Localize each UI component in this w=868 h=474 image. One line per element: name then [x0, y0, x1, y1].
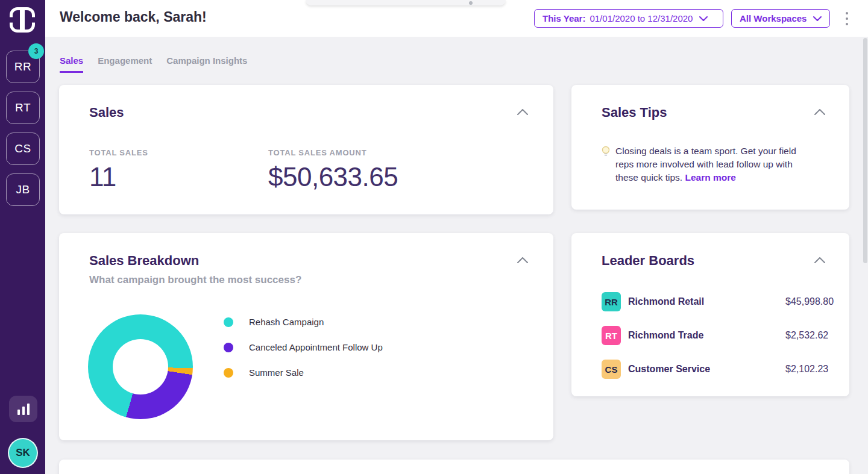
bar-chart-icon [17, 410, 20, 415]
date-range-value: 01/01/2020 to 12/31/2020 [590, 13, 693, 23]
workspace-dropdown[interactable]: All Workspaces [731, 9, 830, 28]
workspace-initials: RT [15, 101, 31, 114]
leader-amount: $45,998.80 [785, 296, 834, 307]
learn-more-link[interactable]: Learn more [685, 172, 735, 182]
leader-name: Richmond Retail [628, 296, 704, 307]
workspace-dropdown-value: All Workspaces [740, 13, 807, 23]
sidebar-workspace-cs[interactable]: CS [6, 133, 40, 165]
scrollbar-thumb[interactable] [863, 38, 867, 263]
leader-amount: $2,102.23 [785, 364, 828, 375]
more-options-button[interactable] [842, 12, 852, 25]
donut-hole [113, 339, 168, 394]
legend-dot [224, 368, 233, 378]
card-title: Sales Tips [602, 105, 667, 120]
lightbulb-icon [602, 146, 610, 158]
stat-label: TOTAL SALES [89, 148, 148, 157]
collapse-chevron-icon[interactable] [517, 257, 528, 263]
leader-row[interactable]: RR Richmond Retail $45,998.80 [602, 292, 822, 311]
tip-row: Closing deals is a team sport. Get your … [602, 145, 810, 184]
legend-item: Canceled Appointment Follow Up [224, 342, 383, 352]
donut-chart [88, 314, 193, 419]
sidebar-workspace-jb[interactable]: JB [6, 173, 40, 206]
tab-campaign-insights[interactable]: Campaign Insights [166, 55, 247, 73]
stat-total-sales: TOTAL SALES 11 [89, 148, 148, 192]
tab-engagement[interactable]: Engagement [98, 55, 152, 73]
date-range-label: This Year: [542, 13, 585, 23]
tab-sales[interactable]: Sales [60, 55, 83, 73]
user-avatar[interactable]: SK [8, 438, 38, 468]
page-title: Welcome back, Sarah! [60, 9, 207, 25]
app-logo-icon[interactable] [10, 7, 35, 33]
card-title: Leader Boards [602, 253, 694, 269]
leader-boards-card: Leader Boards RR Richmond Retail $45,998… [571, 233, 849, 396]
leader-badge: CS [602, 360, 621, 379]
main-content: Sales Engagement Campaign Insights Sales… [45, 37, 868, 474]
user-initials: SK [16, 447, 30, 459]
stat-label: TOTAL SALES AMOUNT [268, 148, 398, 157]
stat-total-sales-amount: TOTAL SALES AMOUNT $50,633.65 [268, 148, 398, 192]
workspace-initials: RR [14, 60, 31, 73]
toast-icon [469, 1, 473, 5]
card-subtitle: What campaign brought the most success? [89, 274, 301, 286]
card-title: Sales Breakdown [89, 253, 199, 269]
collapse-chevron-icon[interactable] [517, 109, 528, 115]
leader-name: Customer Service [628, 364, 710, 375]
date-range-dropdown[interactable]: This Year: 01/01/2020 to 12/31/2020 [534, 9, 723, 28]
reports-nav-button[interactable] [9, 396, 37, 422]
sales-tips-card: Sales Tips Closing deals is a team sport… [571, 85, 849, 210]
toast-remnant [306, 0, 506, 5]
next-section-card [59, 460, 849, 474]
notification-badge: 3 [28, 43, 44, 59]
tab-bar: Sales Engagement Campaign Insights [60, 55, 247, 73]
sidebar: RR 3 RT CS JB SK [0, 0, 45, 474]
leader-badge: RR [602, 292, 621, 311]
bar-chart-icon [22, 407, 25, 415]
collapse-chevron-icon[interactable] [814, 109, 825, 115]
legend-dot [224, 343, 233, 352]
leader-row[interactable]: CS Customer Service $2,102.23 [602, 360, 822, 379]
legend-label: Rehash Campaign [249, 317, 324, 327]
legend-label: Summer Sale [249, 367, 304, 378]
legend-item: Rehash Campaign [224, 317, 324, 327]
sales-card: Sales TOTAL SALES 11 TOTAL SALES AMOUNT … [59, 85, 553, 214]
bar-chart-icon [27, 404, 30, 415]
sales-breakdown-card: Sales Breakdown What campaign brought th… [59, 233, 553, 440]
leader-badge: RT [602, 326, 621, 345]
stat-value: $50,633.65 [268, 162, 398, 192]
workspace-initials: JB [16, 183, 30, 196]
header: Welcome back, Sarah! This Year: 01/01/20… [45, 0, 868, 37]
legend-dot [224, 317, 233, 327]
legend-item: Summer Sale [224, 367, 304, 378]
leader-row[interactable]: RT Richmond Trade $2,532.62 [602, 326, 822, 345]
stat-value: 11 [89, 162, 148, 192]
leader-amount: $2,532.62 [785, 330, 828, 341]
sidebar-workspace-rt[interactable]: RT [6, 92, 40, 124]
leader-name: Richmond Trade [628, 330, 703, 341]
workspace-initials: CS [14, 142, 31, 155]
card-title: Sales [89, 105, 124, 120]
collapse-chevron-icon[interactable] [814, 257, 825, 263]
legend-label: Canceled Appointment Follow Up [249, 342, 383, 352]
chevron-down-icon [699, 16, 708, 21]
chevron-down-icon [813, 16, 822, 21]
tip-text: Closing deals is a team sport. Get your … [615, 145, 810, 184]
